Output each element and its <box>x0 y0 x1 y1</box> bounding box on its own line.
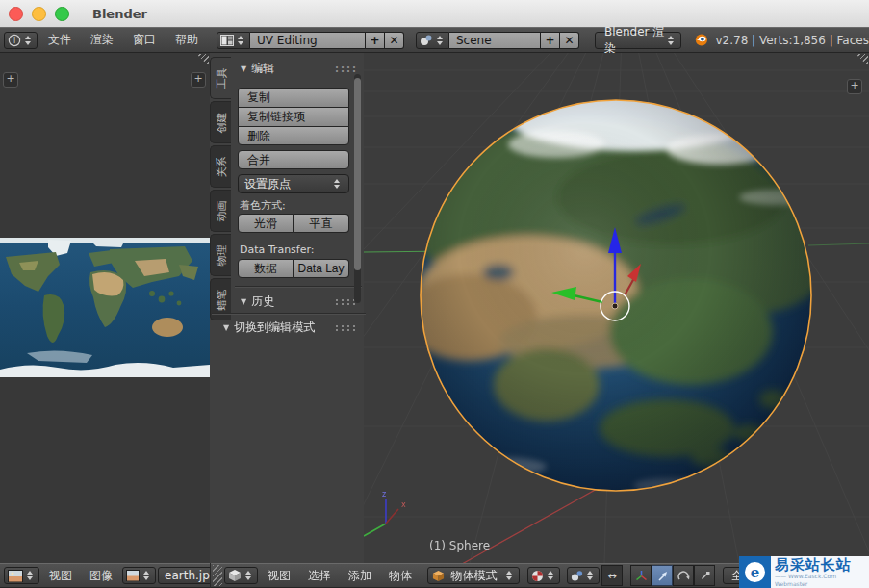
menu-help[interactable]: 帮助 <box>166 32 207 48</box>
plus-icon: + <box>545 34 554 47</box>
uv-menu-view[interactable]: 视图 <box>41 568 80 584</box>
pivot-align-toggle[interactable]: ↔ <box>601 565 623 586</box>
object-origin-dot <box>612 303 618 309</box>
set-origin-label: 设置原点 <box>244 176 291 192</box>
panel-expand-icon: ▼ <box>241 297 246 306</box>
close-window-button[interactable] <box>9 7 23 21</box>
tab-tools[interactable]: 工具 <box>210 57 231 99</box>
scrollbar-thumb[interactable] <box>354 78 361 270</box>
pivot-icon <box>571 570 583 582</box>
history-panel-header[interactable]: ▼ 历史 :::: <box>241 294 358 310</box>
uv-menu-image[interactable]: 图像 <box>82 568 120 584</box>
resize-grip-icon[interactable] <box>194 54 209 68</box>
scene-name-field[interactable]: Scene <box>449 32 541 49</box>
y-axis-line-right <box>808 243 869 245</box>
render-engine-dropdown[interactable]: Blender 渲染 <box>595 32 681 49</box>
data-transfer-buttons: 数据 Data Lay <box>238 259 349 278</box>
info-icon: i <box>8 34 21 47</box>
tab-grease-pencil[interactable]: 蜡笔 <box>210 278 231 320</box>
scene-icon <box>420 34 433 46</box>
axis-label-z: z <box>382 490 386 499</box>
expand-properties-region-button[interactable]: + <box>847 79 862 94</box>
titlebar: Blender <box>0 0 869 28</box>
uv-image-editor-canvas[interactable]: + + <box>0 53 211 563</box>
uv-editor-header: 视图 图像 earth.jpg <box>0 563 214 588</box>
watermark-title: 易采站长站 <box>775 557 869 573</box>
updown-arrows-icon <box>245 571 251 580</box>
translate-arrow-icon <box>656 570 669 582</box>
close-scene-button[interactable]: ✕ <box>560 32 579 49</box>
editor-type-selector-info[interactable]: i <box>4 32 38 49</box>
screen-layout-browse-button[interactable] <box>217 32 250 49</box>
tab-create[interactable]: 创建 <box>210 101 231 143</box>
header-grip-icon[interactable] <box>213 565 222 586</box>
menu-window[interactable]: 窗口 <box>124 32 165 48</box>
transfer-data-button[interactable]: 数据 <box>238 259 294 278</box>
panel-grip-icon[interactable]: :::: <box>335 64 358 74</box>
tool-shelf-scrollbar[interactable] <box>354 74 361 303</box>
scale-arrow-icon <box>699 570 711 582</box>
blender-logo-icon <box>695 32 708 48</box>
view3d-menu-object[interactable]: 物体 <box>381 568 420 584</box>
view3d-menu-add[interactable]: 添加 <box>341 568 379 584</box>
updown-arrows-icon <box>238 36 243 45</box>
manipulator-toggle-button[interactable] <box>630 565 652 586</box>
viewport-shading-dropdown[interactable] <box>527 567 560 584</box>
zoom-window-button[interactable] <box>55 7 69 21</box>
scene-browse-button[interactable] <box>416 32 449 49</box>
tab-animation[interactable]: 动画 <box>210 190 231 232</box>
object-mode-cube-icon <box>432 570 445 582</box>
duplicate-button[interactable]: 复制 <box>238 88 349 107</box>
mode-dropdown[interactable]: 物体模式 <box>427 567 520 584</box>
view3d-menu-view[interactable]: 视图 <box>260 568 298 584</box>
shade-flat-button[interactable]: 平直 <box>294 214 349 233</box>
editor-type-selector-3d[interactable] <box>224 567 258 584</box>
updown-arrows-icon <box>587 571 593 580</box>
rotate-manipulator-button[interactable] <box>673 565 694 586</box>
watermark-logo-icon: e <box>739 556 771 588</box>
panel-separator <box>235 286 362 287</box>
scale-manipulator-button[interactable] <box>694 565 715 586</box>
tab-physics[interactable]: 物理 <box>210 234 231 276</box>
edit-button-stack: 复制 复制链接项 删除 <box>238 88 349 145</box>
shade-smooth-button[interactable]: 光滑 <box>238 214 294 233</box>
expand-region-left-button[interactable]: + <box>3 72 18 88</box>
transfer-data-layout-button[interactable]: Data Lay <box>294 259 349 278</box>
screen-layout-name-field[interactable]: UV Editing <box>250 32 366 49</box>
screen-layout-icon <box>220 35 234 46</box>
menu-file[interactable]: 文件 <box>39 32 80 48</box>
redo-panel-title: 切换到编辑模式 <box>234 320 315 336</box>
panel-grip-icon[interactable]: :::: <box>335 322 358 333</box>
menu-render[interactable]: 渲染 <box>82 32 122 48</box>
add-layout-button[interactable]: + <box>366 32 385 49</box>
duplicate-linked-button[interactable]: 复制链接项 <box>238 107 349 126</box>
pivot-point-dropdown[interactable] <box>567 567 600 584</box>
close-layout-button[interactable]: ✕ <box>385 32 404 49</box>
info-header: i 文件 渲染 窗口 帮助 UV Editing + ✕ Scene <box>0 27 869 53</box>
shading-label: 着色方式: <box>240 198 286 213</box>
tab-relations[interactable]: 关系 <box>210 145 231 188</box>
shading-buttons: 光滑 平直 <box>238 214 349 233</box>
earth-texture-image <box>0 238 210 377</box>
close-icon: ✕ <box>564 34 574 47</box>
expand-region-right-button[interactable]: + <box>191 72 206 88</box>
watermark: e 易采站长站 —— Www.Easck.Com Webmaster <box>739 556 869 588</box>
view3d-menu-select[interactable]: 选择 <box>300 568 339 584</box>
translate-manipulator-button[interactable] <box>652 565 673 586</box>
image-browse-button[interactable] <box>122 567 156 584</box>
updown-arrows-icon <box>437 36 443 45</box>
join-button[interactable]: 合并 <box>238 150 349 169</box>
active-object-label: (1) Sphere <box>429 539 490 552</box>
close-icon: ✕ <box>389 34 398 47</box>
render-engine-value: Blender 渲染 <box>600 24 665 57</box>
add-scene-button[interactable]: + <box>541 32 560 49</box>
minimize-window-button[interactable] <box>32 7 46 21</box>
shading-sphere-icon <box>531 570 544 582</box>
editor-type-selector-image[interactable] <box>4 567 39 584</box>
edit-panel-header[interactable]: ▼ 编辑 :::: <box>241 61 358 77</box>
blender-window: { "titlebar": { "title": "Blender" }, "i… <box>0 0 869 588</box>
delete-button[interactable]: 删除 <box>238 126 349 145</box>
set-origin-dropdown[interactable]: 设置原点 <box>238 174 349 193</box>
updown-arrows-icon <box>506 571 512 580</box>
redo-panel-header[interactable]: ▼ 切换到编辑模式 :::: <box>223 320 358 336</box>
